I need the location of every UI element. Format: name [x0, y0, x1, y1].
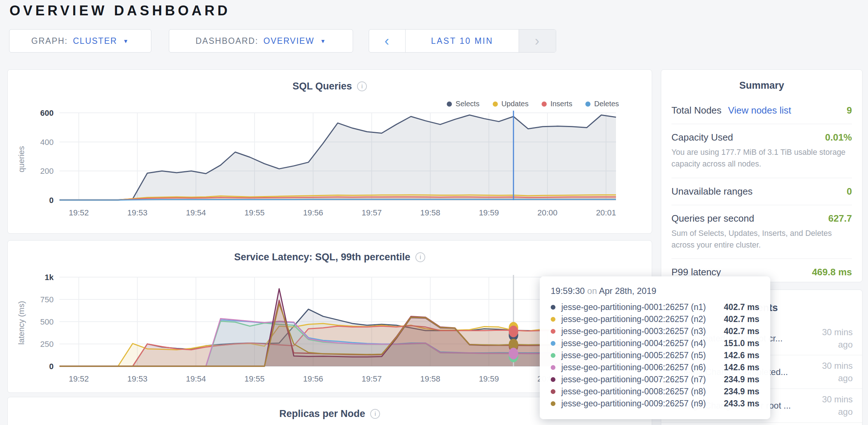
- x-tick-label: 19:57: [362, 374, 382, 383]
- node-name: jesse-geo-partitioning-0008:26257 (n8): [561, 387, 724, 397]
- x-tick-label: 19:53: [127, 374, 147, 383]
- node-name: jesse-geo-partitioning-0001:26257 (n1): [561, 302, 724, 312]
- tooltip-node-row: jesse-geo-partitioning-0001:26257 (n1)40…: [551, 301, 759, 313]
- summary-heading: Summary: [661, 80, 862, 91]
- x-tick-label: 19:54: [186, 208, 206, 217]
- time-range-value: LAST 10 MIN: [431, 36, 493, 46]
- y-tick-label: 0: [49, 196, 54, 205]
- dashboard-dropdown-label: DASHBOARD:: [195, 36, 258, 46]
- info-icon[interactable]: i: [357, 81, 367, 91]
- view-nodes-list-link[interactable]: View nodes list: [728, 105, 791, 116]
- summary-panel: Summary Total Nodes View nodes list 9 Ca…: [661, 69, 863, 282]
- x-tick-label: 20:00: [538, 208, 558, 217]
- node-name: jesse-geo-partitioning-0004:26257 (n4): [561, 338, 724, 348]
- node-name: jesse-geo-partitioning-0006:26257 (n6): [561, 363, 724, 372]
- x-tick-label: 19:59: [479, 374, 499, 383]
- dashboard-dropdown-value: OVERVIEW: [263, 36, 314, 46]
- graph-dropdown-label: GRAPH:: [31, 36, 68, 46]
- node-color-dot-icon: [551, 401, 555, 406]
- node-name: jesse-geo-partitioning-0007:26257 (n7): [561, 375, 724, 384]
- sql-queries-chart[interactable]: 19:5219:5319:5419:5519:5619:5719:5819:59…: [52, 102, 631, 222]
- y-tick-label: 1k: [45, 273, 54, 282]
- node-latency-value: 234.9 ms: [724, 375, 759, 384]
- info-icon[interactable]: i: [370, 409, 380, 419]
- chevron-right-icon: ›: [535, 33, 540, 49]
- time-range-next-button[interactable]: ›: [519, 30, 556, 52]
- capacity-used-label: Capacity Used: [671, 132, 733, 143]
- y-tick-label: 600: [40, 108, 54, 118]
- sql-y-axis-label: queries: [17, 130, 26, 188]
- caret-down-icon: ▼: [123, 38, 129, 44]
- time-range-dropdown[interactable]: LAST 10 MIN: [406, 30, 519, 52]
- node-name: jesse-geo-partitioning-0002:26257 (n2): [561, 314, 724, 324]
- tooltip-node-row: jesse-geo-partitioning-0003:26257 (n3)40…: [551, 325, 759, 337]
- tooltip-node-rows: jesse-geo-partitioning-0001:26257 (n1)40…: [551, 301, 759, 410]
- x-tick-label: 19:52: [69, 208, 89, 217]
- x-tick-label: 19:56: [303, 208, 323, 217]
- node-name: jesse-geo-partitioning-0009:26257 (n9): [561, 399, 724, 409]
- x-tick-label: 20:01: [596, 208, 616, 217]
- y-tick-label: 500: [40, 317, 54, 326]
- dashboard-dropdown[interactable]: DASHBOARD: OVERVIEW ▼: [169, 29, 353, 53]
- y-tick-label: 400: [40, 138, 54, 147]
- tooltip-header: 19:59:30 on Apr 28th, 2019: [551, 286, 759, 296]
- replicas-per-node-title: Replicas per Node: [279, 408, 365, 420]
- x-tick-label: 19:55: [244, 208, 264, 217]
- qps-label: Queries per second: [671, 213, 754, 224]
- node-name: jesse-geo-partitioning-0005:26257 (n5): [561, 351, 724, 360]
- tooltip-node-row: jesse-geo-partitioning-0004:26257 (n4)15…: [551, 337, 759, 349]
- node-latency-value: 142.6 ms: [724, 363, 759, 372]
- x-tick-label: 19:52: [69, 374, 89, 383]
- x-tick-label: 19:59: [479, 208, 499, 217]
- time-range-prev-button[interactable]: ‹: [369, 30, 406, 52]
- node-latency-value: 402.7 ms: [724, 314, 759, 324]
- node-color-dot-icon: [551, 329, 555, 334]
- node-color-dot-icon: [551, 377, 555, 382]
- sql-queries-title: SQL Queries: [292, 81, 352, 92]
- event-timestamp: 30 mins ago: [813, 393, 853, 418]
- info-icon[interactable]: i: [415, 252, 425, 262]
- graph-dropdown[interactable]: GRAPH: CLUSTER ▼: [9, 29, 151, 53]
- tooltip-time: 19:59:30: [551, 286, 585, 296]
- hover-point-marker: [509, 326, 518, 337]
- time-range-control: ‹ LAST 10 MIN ›: [369, 29, 556, 53]
- tooltip-date: Apr 28th, 2019: [599, 286, 656, 296]
- tooltip-node-row: jesse-geo-partitioning-0008:26257 (n8)23…: [551, 386, 759, 398]
- tooltip-node-row: jesse-geo-partitioning-0009:26257 (n9)24…: [551, 398, 759, 410]
- chart-hover-tooltip: 19:59:30 on Apr 28th, 2019 jesse-geo-par…: [540, 276, 770, 419]
- node-latency-value: 402.7 ms: [724, 326, 759, 336]
- x-tick-label: 19:54: [186, 374, 206, 383]
- x-tick-label: 19:55: [244, 374, 264, 383]
- node-latency-value: 243.3 ms: [724, 399, 759, 409]
- summary-row-qps: Queries per second 627.7 Sum of Selects,…: [671, 205, 852, 259]
- node-latency-value: 234.9 ms: [724, 387, 759, 397]
- x-tick-label: 19:56: [303, 374, 323, 383]
- qps-value: 627.7: [828, 213, 852, 224]
- summary-row-unavailable-ranges: Unavailable ranges 0: [671, 178, 852, 205]
- page-title: OVERVIEW DASHBOARD: [9, 3, 230, 19]
- p99-latency-value: 469.8 ms: [812, 267, 852, 278]
- x-tick-label: 19:57: [362, 208, 382, 217]
- service-latency-title: Service Latency: SQL, 99th percentile: [234, 252, 410, 263]
- node-color-dot-icon: [551, 365, 555, 370]
- unavailable-ranges-value: 0: [847, 186, 852, 197]
- node-color-dot-icon: [551, 353, 555, 358]
- hover-point-marker: [509, 348, 518, 359]
- latency-y-axis-label: latency (ms): [17, 294, 26, 352]
- tooltip-node-row: jesse-geo-partitioning-0002:26257 (n2)40…: [551, 313, 759, 325]
- y-tick-label: 0: [49, 362, 54, 371]
- chevron-left-icon: ‹: [384, 33, 390, 49]
- summary-row-total-nodes: Total Nodes View nodes list 9: [671, 97, 852, 124]
- tooltip-node-row: jesse-geo-partitioning-0005:26257 (n5)14…: [551, 349, 759, 361]
- overview-dashboard-page: OVERVIEW DASHBOARD GRAPH: CLUSTER ▼ DASH…: [0, 0, 868, 425]
- node-color-dot-icon: [551, 389, 555, 394]
- node-color-dot-icon: [551, 317, 555, 322]
- sql-queries-card: SQL Queries i SelectsUpdatesInsertsDelet…: [7, 69, 652, 234]
- y-tick-label: 750: [40, 295, 54, 304]
- y-tick-label: 200: [40, 166, 54, 176]
- node-latency-value: 402.7 ms: [724, 302, 759, 312]
- x-tick-label: 19:58: [420, 374, 440, 383]
- event-timestamp: 30 mins ago: [813, 360, 853, 384]
- total-nodes-value: 9: [847, 105, 852, 116]
- tooltip-node-row: jesse-geo-partitioning-0007:26257 (n7)23…: [551, 374, 759, 386]
